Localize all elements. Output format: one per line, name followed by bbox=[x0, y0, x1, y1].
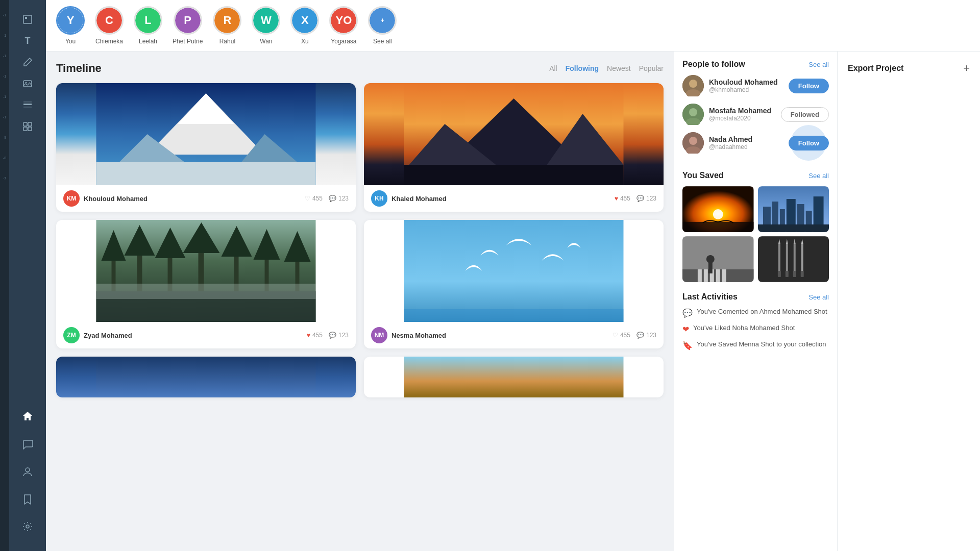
post-image-4 bbox=[364, 220, 664, 322]
svg-rect-43 bbox=[96, 357, 316, 397]
post-card-1[interactable]: KM Khouloud Mohamed ♡ 455 💬 123 bbox=[56, 83, 356, 212]
story-avatar-xu: X bbox=[290, 6, 319, 35]
svg-rect-4 bbox=[23, 104, 32, 105]
grid-tool-icon[interactable] bbox=[18, 117, 37, 136]
follow-handle-nada: @nadaahmed bbox=[709, 143, 783, 151]
last-activities-title: Last Activities bbox=[682, 292, 738, 302]
text-tool-icon[interactable]: T bbox=[18, 32, 37, 50]
post-card-6[interactable] bbox=[364, 357, 664, 397]
post-likes-1[interactable]: ♡ 455 bbox=[305, 195, 323, 202]
story-xu[interactable]: X Xu bbox=[290, 6, 319, 45]
layout-tool-icon[interactable] bbox=[18, 96, 37, 114]
last-activities-header: Last Activities See all bbox=[682, 292, 829, 302]
likes-count-4: 455 bbox=[620, 332, 630, 339]
comments-count-3: 123 bbox=[338, 332, 349, 339]
story-name-xu: Xu bbox=[301, 38, 309, 45]
post-author-name-4: Nesma Mohamed bbox=[391, 332, 608, 339]
activity-heart-icon: ❤ bbox=[682, 324, 689, 334]
filter-newest[interactable]: Newest bbox=[607, 64, 631, 72]
follow-info-mostafa: Mostafa Mohamed @mostafa2020 bbox=[709, 107, 776, 122]
svg-point-46 bbox=[689, 80, 697, 88]
post-card-5[interactable] bbox=[56, 357, 356, 397]
post-card-3[interactable]: ZM Zyad Mohamed ♥ 455 💬 123 bbox=[56, 220, 356, 348]
heart-icon-3: ♥ bbox=[307, 332, 310, 339]
story-yogarasa[interactable]: YO Yogarasa bbox=[329, 6, 358, 45]
chat-nav-icon[interactable] bbox=[18, 435, 37, 453]
story-avatar-chiemeka: C bbox=[95, 6, 124, 35]
follow-info-khouloud: Khouloud Mohamed @khmohamed bbox=[709, 78, 783, 93]
heart-outline-icon-4: ♡ bbox=[612, 332, 618, 339]
post-card-4[interactable]: NM Nesma Mohamed ♡ 455 💬 123 bbox=[364, 220, 664, 348]
follow-avatar-nada bbox=[682, 132, 704, 154]
bookmark-nav-icon[interactable] bbox=[18, 490, 37, 508]
activity-text-3: You've Saved Menna Shot to your collecti… bbox=[697, 340, 826, 348]
svg-rect-78 bbox=[777, 271, 780, 277]
image-tool-icon[interactable] bbox=[18, 74, 37, 93]
story-avatar-you: Y bbox=[56, 6, 85, 35]
post-comments-1[interactable]: 💬 123 bbox=[329, 195, 349, 202]
story-avatar-rahul: R bbox=[213, 6, 241, 35]
post-likes-3[interactable]: ♥ 455 bbox=[307, 332, 323, 339]
heart-icon-2: ♥ bbox=[615, 195, 618, 202]
svg-rect-82 bbox=[793, 244, 795, 274]
svg-rect-76 bbox=[778, 244, 780, 274]
last-activities-see-all[interactable]: See all bbox=[808, 293, 829, 301]
follow-avatar-khouloud bbox=[682, 75, 704, 96]
you-saved-header: You Saved See all bbox=[682, 171, 829, 180]
user-nav-icon[interactable] bbox=[18, 462, 37, 481]
svg-point-52 bbox=[689, 137, 697, 145]
follow-button-khouloud[interactable]: Follow bbox=[789, 79, 829, 93]
post-comments-4[interactable]: 💬 123 bbox=[636, 332, 656, 339]
filter-popular[interactable]: Popular bbox=[639, 64, 664, 72]
story-leelah[interactable]: L Leelah bbox=[134, 6, 162, 45]
filter-all[interactable]: All bbox=[549, 64, 557, 72]
post-comments-2[interactable]: 💬 123 bbox=[636, 195, 656, 202]
comments-count-2: 123 bbox=[646, 195, 656, 202]
pen-tool-icon[interactable] bbox=[18, 53, 37, 71]
timeline-title: Timeline bbox=[56, 62, 102, 75]
activity-item-2: ❤ You've Liked Noha Mohamed Shot bbox=[682, 324, 829, 334]
story-chiemeka[interactable]: C Chiemeka bbox=[95, 6, 124, 45]
post-author-avatar-4: NM bbox=[371, 327, 387, 343]
settings-nav-icon[interactable] bbox=[18, 517, 37, 536]
frame-tool-icon[interactable] bbox=[18, 10, 37, 29]
story-wan[interactable]: W Wan bbox=[252, 6, 280, 45]
people-to-follow-see-all[interactable]: See all bbox=[808, 61, 829, 68]
filter-following[interactable]: Following bbox=[566, 64, 599, 72]
follow-button-nada-container: Follow bbox=[789, 136, 829, 151]
svg-rect-10 bbox=[28, 127, 32, 131]
story-rahul[interactable]: R Rahul bbox=[213, 6, 241, 45]
heart-outline-icon-1: ♡ bbox=[305, 195, 310, 202]
post-author-name-2: Khaled Mohamed bbox=[391, 195, 610, 203]
saved-img-sunset[interactable] bbox=[682, 186, 754, 232]
export-panel: Export Project + bbox=[837, 52, 980, 551]
story-see-all[interactable]: + See all bbox=[368, 6, 397, 45]
saved-img-city[interactable] bbox=[758, 186, 829, 232]
post-likes-2[interactable]: ♥ 455 bbox=[615, 195, 630, 202]
home-nav-icon[interactable] bbox=[18, 407, 37, 425]
svg-rect-1 bbox=[25, 17, 27, 19]
svg-rect-79 bbox=[786, 244, 788, 274]
story-name-wan: Wan bbox=[260, 38, 272, 45]
follow-button-nada[interactable]: Follow bbox=[789, 136, 829, 151]
export-plus-button[interactable]: + bbox=[963, 62, 970, 75]
svg-point-55 bbox=[713, 209, 723, 219]
story-name-you: You bbox=[65, 38, 76, 45]
saved-img-knives[interactable] bbox=[758, 236, 829, 282]
story-you[interactable]: Y You bbox=[56, 6, 85, 45]
post-comments-3[interactable]: 💬 123 bbox=[329, 332, 349, 339]
comment-icon-3: 💬 bbox=[329, 332, 336, 339]
post-card-2[interactable]: KH Khaled Mohamed ♥ 455 💬 123 bbox=[364, 83, 664, 212]
follow-button-mostafa[interactable]: Followed bbox=[781, 107, 829, 122]
activity-text-1: You've Comented on Ahmed Mohamed Shot bbox=[697, 308, 827, 315]
story-avatar-leelah: L bbox=[134, 6, 162, 35]
story-phet[interactable]: P Phet Putrie bbox=[173, 6, 203, 45]
you-saved-see-all[interactable]: See all bbox=[808, 172, 829, 180]
svg-rect-65 bbox=[758, 224, 829, 232]
story-avatar-wan: W bbox=[252, 6, 280, 35]
post-likes-4[interactable]: ♡ 455 bbox=[612, 332, 630, 339]
saved-img-street[interactable] bbox=[682, 236, 754, 282]
post-stats-4: ♡ 455 💬 123 bbox=[612, 332, 656, 339]
export-panel-header: Export Project + bbox=[848, 62, 970, 75]
post-image-2 bbox=[364, 83, 664, 185]
